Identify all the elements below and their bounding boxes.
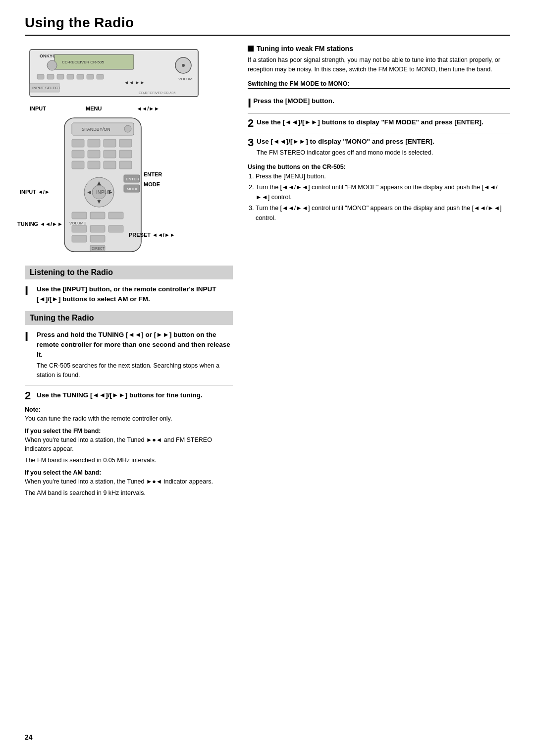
right-column: Tuning into weak FM stations If a statio… — [248, 45, 510, 499]
main-layout: ONKYO CD-RECEIVER CR-505 VOLUME — [25, 45, 510, 499]
svg-text:▼: ▼ — [96, 198, 102, 205]
annotation-input-left: INPUT ◄/► — [20, 189, 50, 195]
page-number: 24 — [25, 733, 33, 741]
svg-text:◄: ◄ — [86, 189, 92, 196]
svg-rect-34 — [119, 161, 132, 169]
remote-svg: STANDBY/ON ENTER MODE — [54, 115, 154, 259]
annotation-input-top: INPUT — [30, 106, 46, 111]
page-title: Using the Radio — [25, 15, 510, 31]
tuning-step2: 2 Use the TUNING [◄◄]/[►►] buttons for f… — [25, 385, 233, 401]
switching-fm-subsection: Switching the FM MODE to MONO: I Press t… — [248, 80, 510, 223]
svg-text:◄◄  ►►: ◄◄ ►► — [124, 80, 145, 85]
svg-rect-31 — [72, 161, 84, 169]
svg-text:ENTER: ENTER — [126, 177, 139, 181]
svg-rect-47 — [90, 212, 105, 219]
tuning-section-header: Tuning the Radio — [25, 311, 233, 325]
svg-rect-25 — [104, 139, 116, 147]
svg-rect-8 — [47, 74, 54, 79]
cr505-section: Using the buttons on the CR-505: Press t… — [248, 163, 510, 223]
svg-text:CD-RECEIVER CR-505: CD-RECEIVER CR-505 — [139, 91, 175, 95]
right-step3: 3 Use [◄◄]/[►►] to display "MONO" and pr… — [248, 133, 510, 158]
svg-text:MODE: MODE — [127, 187, 139, 191]
fm-band-text2: The FM band is searched in 0.05 MHz inte… — [25, 456, 233, 465]
fm-band-text1: When you're tuned into a station, the Tu… — [25, 435, 233, 454]
fm-band-label: If you select the FM band: — [25, 428, 233, 434]
svg-rect-7 — [37, 74, 44, 79]
weak-fm-section: Tuning into weak FM stations If a statio… — [248, 45, 510, 223]
svg-rect-12 — [87, 74, 94, 79]
svg-rect-52 — [108, 225, 123, 232]
svg-text:STANDBY/ON: STANDBY/ON — [82, 127, 110, 132]
note-text: You can tune the radio with the remote c… — [25, 414, 233, 424]
cr505-steps-list: Press the [MENU] button. Turn the [◄◄/►◄… — [248, 171, 510, 223]
svg-rect-28 — [88, 150, 100, 158]
svg-text:CD-RECEIVER CR-505: CD-RECEIVER CR-505 — [62, 60, 104, 64]
am-band-text1: When you're tuned into a station, the Tu… — [25, 477, 233, 486]
svg-text:DIRECT: DIRECT — [92, 247, 105, 250]
right-step1: I Press the [MODE] button. — [248, 93, 510, 109]
svg-rect-54 — [90, 235, 105, 242]
weak-fm-intro: If a station has poor signal strength, y… — [248, 55, 510, 74]
svg-rect-9 — [57, 74, 64, 79]
svg-point-14 — [47, 60, 57, 70]
annotation-skip-top: ◄◄/►► — [136, 106, 160, 111]
svg-rect-48 — [108, 212, 123, 219]
left-column: ONKYO CD-RECEIVER CR-505 VOLUME — [25, 45, 233, 499]
svg-rect-23 — [72, 139, 84, 147]
note-block: Note: You can tune the radio with the re… — [25, 406, 233, 498]
switching-fm-label: Switching the FM MODE to MONO: — [248, 80, 510, 87]
svg-text:VOLUME: VOLUME — [69, 221, 86, 225]
svg-rect-26 — [119, 139, 132, 147]
cr505-step1: Press the [MENU] button. — [256, 171, 510, 181]
svg-text:VOLUME: VOLUME — [178, 77, 195, 81]
am-band-text2: The AM band is searched in 9 kHz interva… — [25, 488, 233, 498]
listening-step1: I Use the [INPUT] button, or the remote … — [25, 284, 233, 304]
right-steps: I Press the [MODE] button. 2 Use the [◄◄… — [248, 93, 510, 158]
svg-rect-53 — [72, 235, 87, 242]
svg-rect-24 — [88, 139, 100, 147]
svg-rect-51 — [90, 225, 105, 232]
tuning-step1: I Press and hold the TUNING [◄◄] or [►►]… — [25, 330, 233, 380]
switching-divider — [248, 88, 510, 89]
svg-rect-30 — [119, 150, 132, 158]
svg-rect-46 — [72, 212, 87, 219]
weak-fm-title: Tuning into weak FM stations — [248, 45, 510, 53]
cr505-step2: Turn the [◄◄/►◄] control until "FM MODE"… — [256, 182, 510, 202]
svg-text:INPUT SELECT: INPUT SELECT — [32, 86, 60, 90]
listening-section-header: Listening to the Radio — [25, 266, 233, 279]
svg-rect-50 — [72, 225, 87, 232]
svg-text:►: ► — [107, 189, 113, 196]
listening-section: Listening to the Radio I Use the [INPUT]… — [25, 266, 233, 304]
svg-rect-33 — [104, 161, 116, 169]
am-band-label: If you select the AM band: — [25, 469, 233, 476]
black-square-icon — [248, 46, 254, 52]
svg-point-5 — [182, 64, 185, 67]
svg-text:ONKYO: ONKYO — [40, 54, 56, 58]
tuning-section: Tuning the Radio I Press and hold the TU… — [25, 311, 233, 498]
svg-text:▲: ▲ — [96, 179, 102, 186]
annotation-menu: MENU — [86, 106, 102, 111]
svg-rect-27 — [72, 150, 84, 158]
title-divider — [25, 35, 510, 36]
svg-rect-32 — [88, 161, 100, 169]
svg-rect-10 — [67, 74, 74, 79]
cr505-step3: Turn the [◄◄/►◄] control until "MONO" ap… — [256, 203, 510, 223]
cr505-label: Using the buttons on the CR-505: — [248, 163, 510, 170]
note-label: Note: — [25, 406, 233, 413]
right-step2: 2 Use the [◄◄]/[►►] buttons to display "… — [248, 113, 510, 129]
svg-rect-29 — [104, 150, 116, 158]
svg-point-22 — [124, 125, 131, 132]
device-diagram: ONKYO CD-RECEIVER CR-505 VOLUME — [25, 45, 213, 261]
svg-rect-13 — [97, 74, 104, 79]
svg-rect-11 — [77, 74, 84, 79]
receiver-svg: ONKYO CD-RECEIVER CR-505 VOLUME — [25, 45, 208, 109]
